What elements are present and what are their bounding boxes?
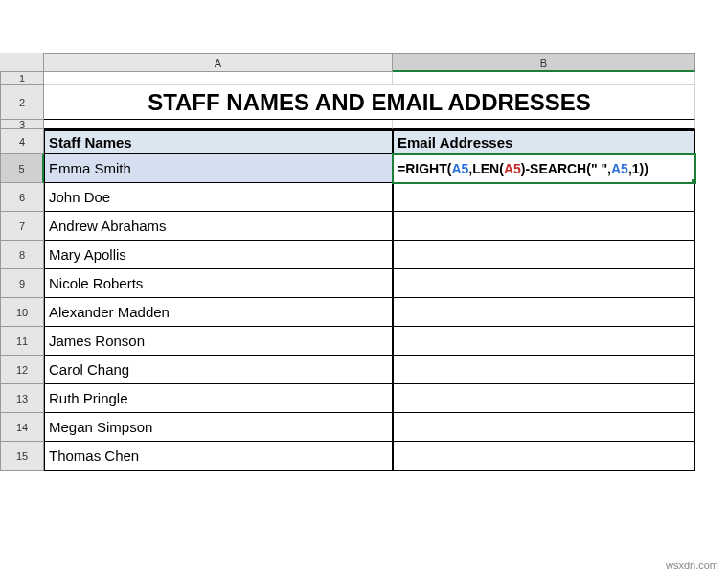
cell-A10[interactable]: Alexander Madden <box>44 298 393 327</box>
formula-token: 1 <box>632 161 640 176</box>
cell-A11[interactable]: James Ronson <box>44 327 393 356</box>
cell-B13[interactable] <box>393 384 695 413</box>
row-header-9[interactable]: 9 <box>0 269 44 298</box>
row-12: Carol Chang <box>44 356 695 384</box>
formula-token: RIGHT( <box>405 161 451 176</box>
cell-B10[interactable] <box>393 298 695 327</box>
row-14: Megan Simpson <box>44 413 695 442</box>
row-header-1[interactable]: 1 <box>0 72 44 85</box>
watermark: wsxdn.com <box>666 560 718 571</box>
row-6: John Doe <box>44 183 695 212</box>
select-all-corner[interactable] <box>0 53 44 72</box>
row-header-12[interactable]: 12 <box>0 356 44 384</box>
row-header-4[interactable]: 4 <box>0 129 44 154</box>
cell-A14[interactable]: Megan Simpson <box>44 413 393 442</box>
cell-B3[interactable] <box>393 120 695 129</box>
row-2: STAFF NAMES AND EMAIL ADDRESSES <box>44 85 695 120</box>
cell-B15[interactable] <box>393 442 695 471</box>
col-header-B[interactable]: B <box>393 53 695 72</box>
row-header-3[interactable]: 3 <box>0 120 44 129</box>
row-4: Staff Names Email Addresses <box>44 129 695 154</box>
formula-text: =RIGHT(A5,LEN(A5)-SEARCH(" ",A5,1)) <box>398 161 648 176</box>
cell-A15[interactable]: Thomas Chen <box>44 442 393 471</box>
cell-A3[interactable] <box>44 120 393 129</box>
header-email-addresses[interactable]: Email Addresses <box>393 129 695 154</box>
title-cell[interactable]: STAFF NAMES AND EMAIL ADDRESSES <box>44 85 695 120</box>
cell-B12[interactable] <box>393 356 695 384</box>
cell-A13[interactable]: Ruth Pringle <box>44 384 393 413</box>
row-header-14[interactable]: 14 <box>0 413 44 442</box>
column-headers: A B <box>44 53 695 72</box>
cell-B5-active[interactable]: =RIGHT(A5,LEN(A5)-SEARCH(" ",A5,1)) <box>393 154 695 183</box>
row-header-7[interactable]: 7 <box>0 212 44 241</box>
formula-token: A5 <box>611 161 628 176</box>
spreadsheet-grid: STAFF NAMES AND EMAIL ADDRESSES Staff Na… <box>44 72 695 471</box>
row-13: Ruth Pringle <box>44 384 695 413</box>
cell-A1[interactable] <box>44 72 393 85</box>
row-11: James Ronson <box>44 327 695 356</box>
row-header-10[interactable]: 10 <box>0 298 44 327</box>
row-9: Nicole Roberts <box>44 269 695 298</box>
formula-token: " " <box>591 161 607 176</box>
formula-token: -SEARCH( <box>525 161 590 176</box>
row-headers: 123456789101112131415 <box>0 72 44 471</box>
row-header-6[interactable]: 6 <box>0 183 44 212</box>
formula-token: A5 <box>504 161 521 176</box>
fill-handle[interactable] <box>692 179 695 183</box>
cell-A6[interactable]: John Doe <box>44 183 393 212</box>
cell-B14[interactable] <box>393 413 695 442</box>
formula-token: LEN( <box>472 161 504 176</box>
cell-A12[interactable]: Carol Chang <box>44 356 393 384</box>
cell-B8[interactable] <box>393 241 695 269</box>
row-15: Thomas Chen <box>44 442 695 471</box>
row-7: Andrew Abrahams <box>44 212 695 241</box>
cell-A7[interactable]: Andrew Abrahams <box>44 212 393 241</box>
formula-token: A5 <box>451 161 468 176</box>
formula-token: )) <box>640 161 648 176</box>
col-header-A[interactable]: A <box>44 53 393 72</box>
cell-B6[interactable] <box>393 183 695 212</box>
row-header-2[interactable]: 2 <box>0 85 44 120</box>
cell-B1[interactable] <box>393 72 695 85</box>
row-header-5[interactable]: 5 <box>0 154 44 183</box>
row-header-11[interactable]: 11 <box>0 327 44 356</box>
header-staff-names[interactable]: Staff Names <box>44 129 393 154</box>
cell-A8[interactable]: Mary Apollis <box>44 241 393 269</box>
row-8: Mary Apollis <box>44 241 695 269</box>
cell-A5[interactable]: Emma Smith <box>44 154 393 183</box>
cell-B11[interactable] <box>393 327 695 356</box>
cell-A9[interactable]: Nicole Roberts <box>44 269 393 298</box>
formula-token: = <box>398 161 405 176</box>
row-10: Alexander Madden <box>44 298 695 327</box>
row-3 <box>44 120 695 129</box>
row-header-15[interactable]: 15 <box>0 442 44 471</box>
row-5: Emma Smith =RIGHT(A5,LEN(A5)-SEARCH(" ",… <box>44 154 695 183</box>
row-1 <box>44 72 695 85</box>
cell-B9[interactable] <box>393 269 695 298</box>
cell-B7[interactable] <box>393 212 695 241</box>
row-header-13[interactable]: 13 <box>0 384 44 413</box>
row-header-8[interactable]: 8 <box>0 241 44 269</box>
